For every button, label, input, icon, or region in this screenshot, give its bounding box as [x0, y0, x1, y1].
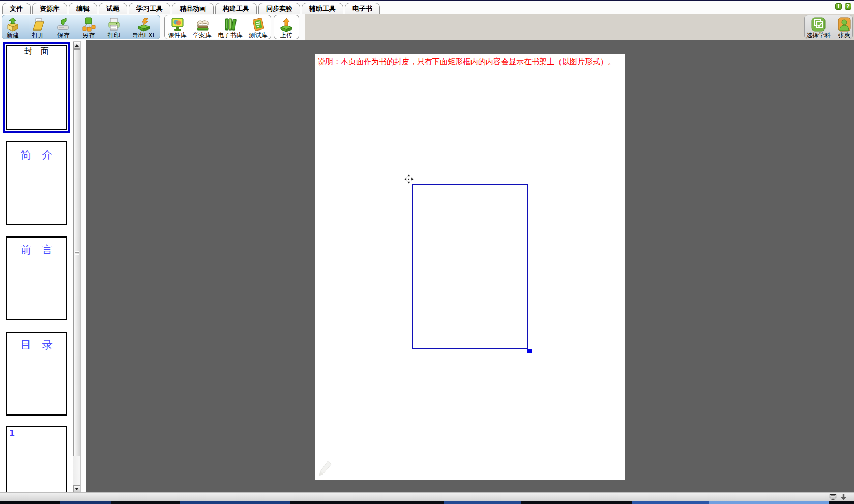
thumbnail-label: 简 介 [7, 147, 66, 162]
open-button[interactable]: 打开 [31, 15, 45, 39]
tab-edit[interactable]: 编辑 [69, 3, 97, 14]
toolbar-group-libraries: 课件库 学案库 电子书库 [164, 15, 271, 39]
status-bar [0, 492, 854, 501]
tab-ebook[interactable]: 电子书 [345, 3, 380, 14]
toolbar: 新建 打开 保存 [0, 14, 854, 40]
tab-questions[interactable]: 试题 [99, 3, 127, 14]
page-thumbnail-toc[interactable]: 目 录 [6, 332, 67, 416]
button-label: 学案库 [193, 32, 212, 39]
toolbar-group-account: 选择学科 张爽 [804, 15, 853, 39]
test-library-button[interactable]: 测试库 [249, 15, 268, 39]
pencil-watermark-icon [318, 460, 332, 478]
button-label: 新建 [7, 32, 19, 39]
triangle-up-icon [75, 44, 79, 47]
button-label: 打开 [32, 32, 44, 39]
ebook-library-icon [223, 17, 238, 32]
save-as-button[interactable]: 另存 [81, 15, 96, 39]
page-thumbnail-sidebar: 封 面 简 介 前 言 目 录 1 [0, 40, 86, 492]
courseware-library-button[interactable]: 课件库 [168, 15, 187, 39]
study-case-library-icon [195, 17, 210, 32]
tab-sync-experiment[interactable]: 同步实验 [258, 3, 300, 14]
open-file-icon [31, 17, 45, 32]
select-subject-icon [811, 17, 826, 32]
export-exe-icon [137, 17, 151, 32]
toolbar-group-file-operations: 新建 打开 保存 [2, 15, 160, 39]
test-library-icon [251, 17, 266, 32]
print-icon [107, 17, 121, 32]
resize-handle[interactable] [527, 349, 532, 353]
button-label: 测试库 [249, 32, 268, 39]
page-thumbnail-preface[interactable]: 前 言 [6, 236, 67, 320]
scroll-down-button[interactable] [73, 485, 80, 492]
ebook-library-button[interactable]: 电子书库 [218, 15, 243, 39]
window-corner-icons: i ? [835, 3, 851, 10]
tab-build-tools[interactable]: 构建工具 [215, 3, 257, 14]
export-exe-button[interactable]: 导出EXE [132, 15, 156, 39]
tab-resource-library[interactable]: 资源库 [32, 3, 67, 14]
thumbnail-label: 前 言 [7, 243, 66, 257]
application-window: 文件 资源库 编辑 试题 学习工具 精品动画 构建工具 同步实验 辅助工具 电子… [0, 0, 854, 504]
tab-premium-animation[interactable]: 精品动画 [172, 3, 214, 14]
page-thumbnail-1[interactable]: 1 [6, 426, 67, 492]
toolbar-group-upload: 上传 [274, 15, 299, 39]
tab-learning-tools[interactable]: 学习工具 [129, 3, 170, 14]
page-thumbnail-intro[interactable]: 简 介 [6, 141, 67, 225]
select-subject-button[interactable]: 选择学科 [806, 15, 831, 39]
page-thumbnail-cover[interactable]: 封 面 [3, 42, 70, 133]
button-label: 张爽 [838, 32, 850, 39]
button-label: 保存 [57, 32, 69, 39]
help-icon[interactable]: ? [845, 3, 851, 10]
button-label: 打印 [108, 32, 120, 39]
button-label: 上传 [280, 32, 292, 39]
study-case-library-button[interactable]: 学案库 [193, 15, 212, 39]
save-icon [56, 17, 70, 32]
button-label: 选择学科 [806, 32, 831, 39]
os-taskbar-sliver [0, 501, 854, 504]
toolbar-vertical-separator [834, 16, 834, 38]
upload-button[interactable]: 上传 [279, 15, 293, 39]
tab-file[interactable]: 文件 [2, 3, 31, 14]
sidebar-scrollbar[interactable] [73, 41, 81, 492]
print-button[interactable]: 打印 [107, 15, 121, 39]
document-page[interactable]: 说明：本页面作为书的封皮，只有下面矩形框内的内容会显示在书架上（以图片形式）。 [315, 54, 625, 480]
scrollbar-thumb[interactable] [73, 49, 80, 456]
page-thumbnail-cover-inner: 封 面 [6, 45, 67, 130]
new-button[interactable]: 新建 [6, 15, 20, 39]
save-button[interactable]: 保存 [56, 15, 70, 39]
new-file-icon [6, 17, 20, 32]
thumbnail-label: 目 录 [7, 338, 66, 352]
info-icon[interactable]: i [835, 3, 842, 10]
thumbnail-label: 封 面 [7, 46, 66, 57]
courseware-library-icon [170, 17, 185, 32]
save-as-icon [81, 17, 96, 32]
triangle-down-icon [75, 488, 79, 490]
move-cursor-icon [404, 174, 414, 186]
cover-export-region-rect[interactable] [412, 184, 528, 349]
editor-canvas[interactable]: 说明：本页面作为书的封皮，只有下面矩形框内的内容会显示在书架上（以图片形式）。 [86, 40, 854, 492]
scroll-up-button[interactable] [73, 42, 80, 49]
button-label: 课件库 [168, 32, 187, 39]
button-label: 导出EXE [132, 32, 156, 39]
scrollbar-grip-icon [75, 251, 79, 255]
user-avatar-icon [838, 17, 851, 32]
menu-tab-bar: 文件 资源库 编辑 试题 学习工具 精品动画 构建工具 同步实验 辅助工具 电子… [0, 1, 854, 14]
content-area: 封 面 简 介 前 言 目 录 1 [0, 40, 854, 492]
upload-icon [279, 17, 293, 32]
tab-auxiliary-tools[interactable]: 辅助工具 [302, 3, 343, 14]
button-label: 另存 [82, 32, 95, 39]
cover-note-text: 说明：本页面作为书的封皮，只有下面矩形框内的内容会显示在书架上（以图片形式）。 [318, 57, 615, 67]
thumbnail-label: 1 [9, 428, 15, 438]
button-label: 电子书库 [218, 32, 243, 39]
user-button[interactable]: 张爽 [838, 15, 851, 39]
